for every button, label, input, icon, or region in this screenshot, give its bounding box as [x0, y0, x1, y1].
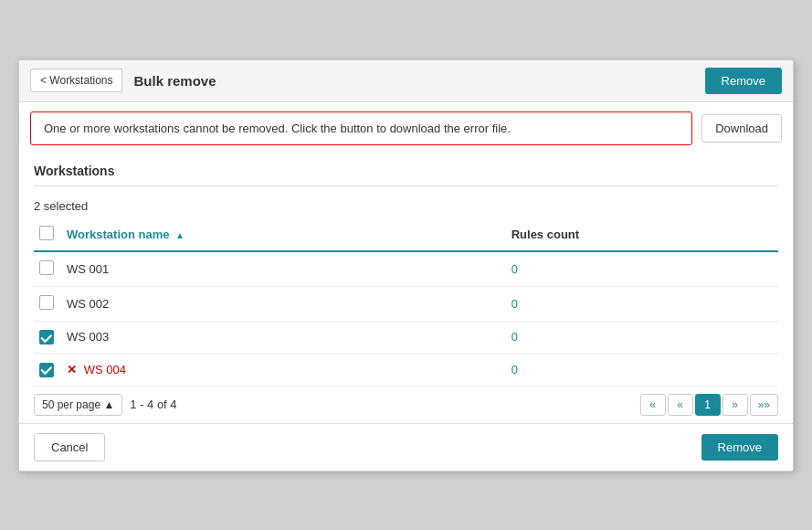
selected-count: 2 selected: [34, 199, 778, 213]
current-page-button[interactable]: 1: [695, 394, 721, 416]
sort-arrow-icon: ▲: [175, 230, 185, 240]
table-row: WS 0020: [34, 286, 778, 321]
header-checkbox-col: [34, 218, 61, 251]
row-checkbox[interactable]: [39, 260, 54, 275]
first-page-button[interactable]: «: [640, 394, 666, 416]
row-workstation-name: WS 003: [61, 321, 506, 354]
table-row: WS 0030: [34, 321, 778, 354]
table-body: WS 0010WS 0020WS 0030✕ WS 0040: [34, 251, 778, 387]
workstation-name-text: WS 004: [84, 363, 126, 376]
alert-area: One or more workstations cannot be remov…: [19, 102, 793, 154]
row-checkbox-cell: [34, 321, 61, 354]
last-page-button[interactable]: »»: [750, 394, 778, 416]
selected-count-area: 2 selected: [19, 186, 793, 213]
workstations-table: Workstation name ▲ Rules count WS 0010WS…: [34, 218, 778, 387]
bulk-remove-window: < Workstations Bulk remove Remove One or…: [18, 59, 794, 472]
error-icon: ✕: [67, 363, 80, 376]
row-rules-count: 0: [506, 321, 778, 354]
per-page-button[interactable]: 50 per page ▲: [34, 394, 122, 416]
row-rules-count: 0: [506, 286, 778, 321]
section-header: Workstations: [19, 154, 793, 186]
next-page-button[interactable]: »: [722, 394, 748, 416]
row-checkbox[interactable]: [39, 295, 54, 310]
download-button[interactable]: Download: [701, 114, 782, 143]
workstations-table-wrap: Workstation name ▲ Rules count WS 0010WS…: [19, 218, 793, 387]
page-title: Bulk remove: [133, 73, 216, 89]
header: < Workstations Bulk remove Remove: [19, 60, 793, 102]
row-workstation-name: WS 001: [61, 251, 506, 287]
row-checkbox-cell: [34, 354, 61, 387]
row-workstation-name: ✕ WS 004: [61, 354, 506, 387]
select-all-checkbox[interactable]: [39, 226, 54, 240]
header-left: < Workstations Bulk remove: [30, 69, 216, 92]
prev-page-button[interactable]: «: [668, 394, 693, 416]
page-range: 1 - 4 of 4: [130, 398, 176, 411]
row-checkbox-cell: [34, 286, 61, 321]
section-title: Workstations: [34, 164, 778, 186]
pagination-nav: « « 1 » »»: [640, 394, 778, 416]
footer-remove-button[interactable]: Remove: [701, 434, 778, 461]
row-workstation-name: WS 002: [61, 286, 506, 321]
footer: Cancel Remove: [19, 423, 793, 471]
col-rules-count: Rules count: [506, 218, 778, 251]
table-row: ✕ WS 0040: [34, 354, 778, 387]
row-rules-count: 0: [506, 354, 778, 387]
pagination-area: 50 per page ▲ 1 - 4 of 4 « « 1 » »»: [19, 387, 793, 423]
header-remove-button[interactable]: Remove: [705, 68, 782, 94]
cancel-button[interactable]: Cancel: [34, 433, 105, 461]
col-workstation-name[interactable]: Workstation name ▲: [61, 218, 506, 251]
row-checkbox[interactable]: [39, 330, 54, 344]
table-header-row: Workstation name ▲ Rules count: [34, 218, 778, 251]
row-checkbox[interactable]: [39, 363, 54, 377]
table-row: WS 0010: [34, 251, 778, 287]
row-rules-count: 0: [506, 251, 778, 287]
row-checkbox-cell: [34, 251, 61, 287]
alert-box: One or more workstations cannot be remov…: [30, 111, 692, 145]
back-button[interactable]: < Workstations: [30, 69, 122, 92]
